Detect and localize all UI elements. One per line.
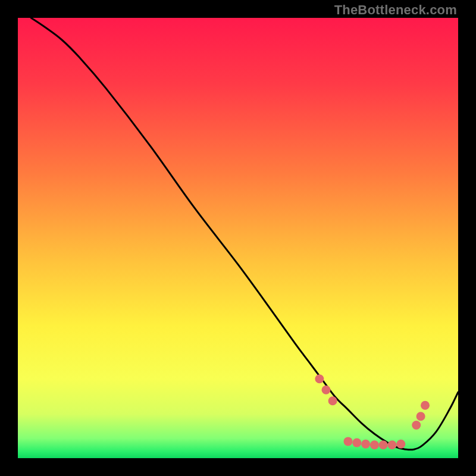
chart-frame — [18, 18, 458, 458]
highlight-dot — [379, 440, 388, 449]
chart-background — [18, 18, 458, 458]
highlight-dot — [370, 440, 379, 449]
bottleneck-chart — [18, 18, 458, 458]
highlight-dot — [388, 440, 397, 449]
highlight-dot — [412, 421, 421, 430]
highlight-dot — [416, 412, 425, 421]
highlight-dot — [344, 437, 353, 446]
highlight-dot — [322, 386, 331, 394]
highlight-dot — [361, 440, 370, 449]
highlight-dot — [396, 440, 405, 449]
watermark-text: TheBottleneck.com — [334, 2, 457, 18]
highlight-dot — [315, 374, 324, 383]
highlight-dot — [328, 396, 337, 405]
highlight-dot — [352, 439, 361, 447]
highlight-dot — [421, 401, 430, 410]
